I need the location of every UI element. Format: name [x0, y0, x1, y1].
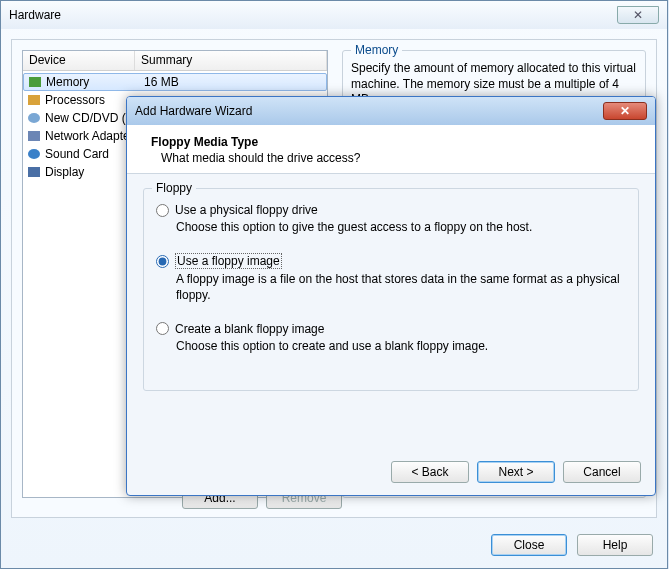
option-blank-label[interactable]: Create a blank floppy image — [156, 322, 626, 336]
memory-legend: Memory — [351, 43, 402, 57]
cd-icon — [27, 111, 41, 125]
radio-blank[interactable] — [156, 322, 169, 335]
next-button[interactable]: Next > — [477, 461, 555, 483]
display-icon — [27, 165, 41, 179]
network-icon — [27, 129, 41, 143]
wizard-title: Add Hardware Wizard — [135, 104, 252, 118]
device-label: Network Adapte — [45, 129, 139, 143]
radio-image[interactable] — [156, 255, 169, 268]
close-button[interactable]: Close — [491, 534, 567, 556]
main-close-button[interactable]: ✕ — [617, 6, 659, 24]
floppy-group: Floppy Use a physical floppy drive Choos… — [143, 188, 639, 391]
help-button[interactable]: Help — [577, 534, 653, 556]
sound-icon — [27, 147, 41, 161]
option-text: Create a blank floppy image — [175, 322, 324, 336]
option-desc: A floppy image is a file on the host tha… — [176, 271, 626, 303]
wizard-subheading: What media should the drive access? — [151, 151, 639, 165]
memory-icon — [28, 75, 42, 89]
device-label: Sound Card — [45, 147, 139, 161]
close-icon: ✕ — [620, 104, 630, 118]
main-title: Hardware — [9, 8, 61, 22]
device-label: New CD/DVD (. — [45, 111, 139, 125]
wizard-titlebar[interactable]: Add Hardware Wizard ✕ — [127, 97, 655, 125]
cancel-button[interactable]: Cancel — [563, 461, 641, 483]
add-hardware-wizard: Add Hardware Wizard ✕ Floppy Media Type … — [126, 96, 656, 496]
wizard-close-button[interactable]: ✕ — [603, 102, 647, 120]
option-image-label[interactable]: Use a floppy image — [156, 253, 626, 269]
option-physical: Use a physical floppy drive Choose this … — [156, 203, 626, 235]
device-header: Device Summary — [23, 51, 327, 71]
close-icon: ✕ — [633, 8, 643, 22]
col-device[interactable]: Device — [23, 51, 135, 70]
option-text: Use a physical floppy drive — [175, 203, 318, 217]
device-label: Processors — [45, 93, 139, 107]
col-summary[interactable]: Summary — [135, 51, 327, 70]
device-row-memory[interactable]: Memory 16 MB — [23, 73, 327, 91]
wizard-body: Floppy Use a physical floppy drive Choos… — [127, 174, 655, 405]
option-desc: Choose this option to create and use a b… — [176, 338, 626, 354]
main-titlebar: Hardware ✕ — [1, 1, 667, 29]
device-label: Display — [45, 165, 139, 179]
option-desc: Choose this option to give the guest acc… — [176, 219, 626, 235]
radio-physical[interactable] — [156, 204, 169, 217]
wizard-button-bar: < Back Next > Cancel — [391, 461, 641, 483]
back-button[interactable]: < Back — [391, 461, 469, 483]
option-text: Use a floppy image — [175, 253, 282, 269]
device-summary: 16 MB — [144, 75, 179, 89]
option-physical-label[interactable]: Use a physical floppy drive — [156, 203, 626, 217]
option-image: Use a floppy image A floppy image is a f… — [156, 253, 626, 303]
option-blank: Create a blank floppy image Choose this … — [156, 322, 626, 354]
device-label: Memory — [46, 75, 140, 89]
floppy-legend: Floppy — [152, 181, 196, 195]
bottom-button-bar: Close Help — [491, 534, 653, 556]
wizard-header: Floppy Media Type What media should the … — [127, 125, 655, 174]
wizard-heading: Floppy Media Type — [151, 135, 639, 149]
cpu-icon — [27, 93, 41, 107]
